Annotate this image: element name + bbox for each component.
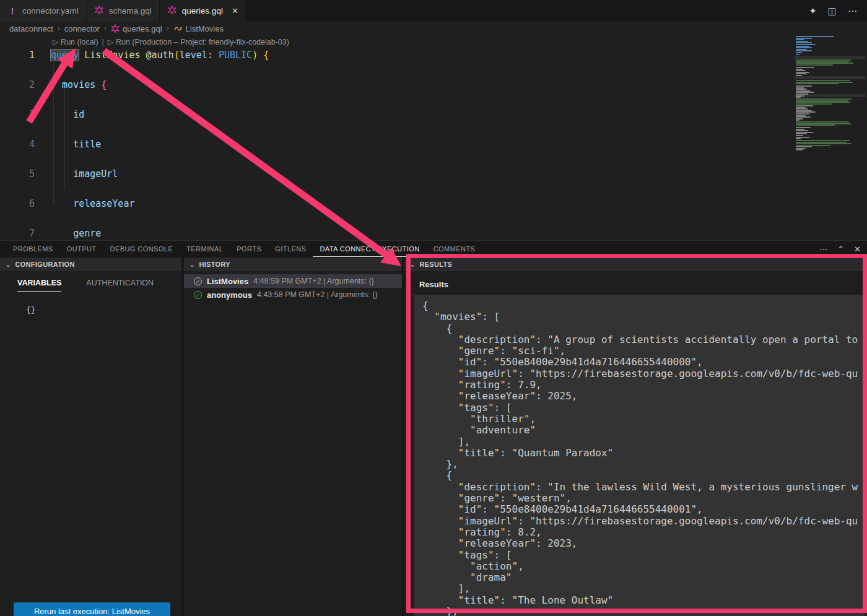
config-tab-variables[interactable]: VARIABLES bbox=[17, 279, 61, 292]
breadcrumb-item-dataconnect[interactable]: dataconnect bbox=[9, 24, 53, 33]
minimap-line bbox=[796, 102, 850, 103]
line-number: 1 bbox=[0, 48, 35, 63]
breadcrumb-separator: › bbox=[58, 24, 60, 33]
minimap-line bbox=[796, 93, 808, 95]
minimap[interactable] bbox=[795, 35, 865, 150]
config-tab-authentication[interactable]: AUTHENTICATION bbox=[86, 279, 154, 292]
code-editor[interactable]: 1query ListMovies @auth(level: PUBLIC) {… bbox=[0, 48, 867, 240]
rerun-last-execution-button[interactable]: Rerun last execution: ListMovies bbox=[14, 602, 170, 616]
code-line-7[interactable]: 7 genre bbox=[0, 226, 867, 241]
history-panel: ⌄ HISTORY ✓ListMovies4:48:59 PM GMT+2 | … bbox=[184, 258, 403, 616]
minimap-line bbox=[796, 121, 849, 123]
chevron-down-icon: ⌄ bbox=[189, 260, 195, 269]
line-number: 5 bbox=[0, 167, 35, 181]
minimap-line bbox=[796, 44, 816, 45]
minimap-line bbox=[796, 54, 799, 55]
panel-actions: ⋯ ⌃ ✕ bbox=[819, 241, 861, 257]
editor-tab-schema-gql[interactable]: schema.gql bbox=[87, 0, 160, 22]
history-item-ListMovies[interactable]: ✓ListMovies4:48:59 PM GMT+2 | Arguments:… bbox=[184, 274, 402, 288]
breadcrumb-separator: › bbox=[167, 24, 169, 33]
minimap-highlight bbox=[795, 76, 865, 79]
panel-tab-data-connect-execution[interactable]: DATA CONNECT EXECUTION bbox=[313, 241, 426, 257]
minimap-line bbox=[796, 63, 853, 64]
minimap-line bbox=[796, 105, 813, 106]
code-line-2[interactable]: 2 movies { bbox=[0, 77, 867, 92]
history-header[interactable]: ⌄ HISTORY bbox=[184, 258, 402, 271]
minimap-line bbox=[796, 130, 808, 131]
minimap-line bbox=[796, 103, 832, 105]
minimap-line bbox=[796, 143, 852, 144]
chevron-down-icon: ⌄ bbox=[5, 260, 11, 269]
panel-maximize-icon[interactable]: ⌃ bbox=[837, 245, 844, 254]
code-line-6[interactable]: 6 releaseYear bbox=[0, 196, 867, 211]
code-line-5[interactable]: 5 imageUrl bbox=[0, 167, 867, 181]
tab-label: schema.gql bbox=[109, 6, 152, 15]
panel-tab-ports[interactable]: PORTS bbox=[230, 241, 268, 257]
bottom-panel: PROBLEMSOUTPUTDEBUG CONSOLETERMINALPORTS… bbox=[0, 240, 867, 616]
history-item-name: anonymous bbox=[207, 290, 252, 300]
history-item-meta: 4:48:59 PM GMT+2 | Arguments: {} bbox=[253, 277, 374, 285]
panel-tab-comments[interactable]: COMMENTS bbox=[427, 241, 482, 257]
minimap-line bbox=[796, 67, 814, 68]
minimap-line bbox=[796, 83, 839, 84]
breadcrumb: dataconnect›connector› queries.gql› List… bbox=[0, 22, 867, 35]
minimap-line bbox=[796, 138, 801, 139]
minimap-line bbox=[796, 116, 811, 118]
panel-more-icon[interactable]: ⋯ bbox=[819, 245, 827, 254]
results-label: Results bbox=[404, 271, 867, 289]
tab-label: queries.gql bbox=[182, 6, 223, 15]
vscode-window: !connector.yaml schema.gql queries.gql✕ … bbox=[0, 0, 867, 616]
run-production-button[interactable]: ▷ Run (Production – Project: friendly-fl… bbox=[108, 37, 289, 46]
tab-label: connector.yaml bbox=[22, 6, 79, 15]
panel-tab-terminal[interactable]: TERMINAL bbox=[180, 241, 230, 257]
editor-tab-bar: !connector.yaml schema.gql queries.gql✕ … bbox=[0, 0, 867, 22]
ai-sparkle-icon[interactable]: ✦ bbox=[809, 6, 817, 17]
minimap-line bbox=[796, 80, 850, 81]
minimap-line bbox=[796, 146, 812, 147]
minimap-line bbox=[796, 140, 850, 141]
results-json-box[interactable]: { "movies": [ { "description": "A group … bbox=[414, 295, 865, 616]
breadcrumb-item-ListMovies[interactable]: ListMovies bbox=[173, 24, 224, 33]
configuration-header[interactable]: ⌄ CONFIGURATION bbox=[0, 258, 181, 271]
codelens-separator: | bbox=[102, 38, 104, 46]
graphql-icon bbox=[95, 6, 103, 14]
breadcrumb-item-connector[interactable]: connector bbox=[64, 24, 100, 33]
run-local-button[interactable]: ▷ Run (local) bbox=[53, 37, 98, 46]
results-header[interactable]: ⌄ RESULTS bbox=[404, 258, 867, 271]
breadcrumb-separator: › bbox=[104, 24, 107, 33]
split-editor-icon[interactable]: ◫ bbox=[828, 6, 837, 17]
check-circle-icon: ✓ bbox=[194, 277, 202, 285]
variables-value[interactable]: {} bbox=[0, 292, 181, 315]
minimap-line bbox=[796, 127, 811, 128]
configuration-tabs: VARIABLESAUTHENTICATION bbox=[0, 271, 181, 292]
panel-tab-gitlens[interactable]: GITLENS bbox=[268, 241, 313, 257]
code-line-4[interactable]: 4 title bbox=[0, 137, 867, 152]
history-item-name: ListMovies bbox=[207, 277, 248, 286]
chevron-down-icon: ⌄ bbox=[409, 260, 416, 269]
codelens: ▷ Run (local) | ▷ Run (Production – Proj… bbox=[53, 37, 289, 47]
panel-tab-output[interactable]: OUTPUT bbox=[60, 241, 103, 257]
breadcrumb-item-queries-gql[interactable]: queries.gql bbox=[111, 24, 162, 33]
panel-tab-bar: PROBLEMSOUTPUTDEBUG CONSOLETERMINALPORTS… bbox=[6, 241, 482, 257]
line-number: 2 bbox=[0, 77, 35, 92]
configuration-panel: ⌄ CONFIGURATION VARIABLESAUTHENTICATION … bbox=[0, 258, 183, 616]
panel-tab-problems[interactable]: PROBLEMS bbox=[6, 241, 60, 257]
minimap-line bbox=[796, 59, 852, 61]
more-actions-icon[interactable]: ⋯ bbox=[848, 6, 857, 17]
minimap-line bbox=[796, 108, 808, 110]
minimap-line bbox=[796, 70, 806, 71]
check-circle-icon: ✓ bbox=[194, 291, 202, 299]
history-item-anonymous[interactable]: ✓anonymous4:43:58 PM GMT+2 | Arguments: … bbox=[184, 288, 402, 301]
minimap-line bbox=[796, 98, 852, 100]
panel-close-icon[interactable]: ✕ bbox=[854, 245, 861, 254]
minimap-line bbox=[796, 36, 834, 37]
minimap-line bbox=[796, 89, 807, 90]
panel-tab-debug-console[interactable]: DEBUG CONSOLE bbox=[103, 241, 180, 257]
graphql-icon bbox=[111, 24, 120, 33]
editor-tab-connector-yaml[interactable]: !connector.yaml bbox=[0, 0, 87, 22]
graphql-icon bbox=[168, 6, 176, 14]
close-icon[interactable]: ✕ bbox=[232, 6, 238, 15]
code-line-1[interactable]: 1query ListMovies @auth(level: PUBLIC) { bbox=[0, 48, 867, 63]
code-line-3[interactable]: 3 id bbox=[0, 107, 867, 122]
editor-tab-queries-gql[interactable]: queries.gql✕ bbox=[160, 0, 246, 22]
